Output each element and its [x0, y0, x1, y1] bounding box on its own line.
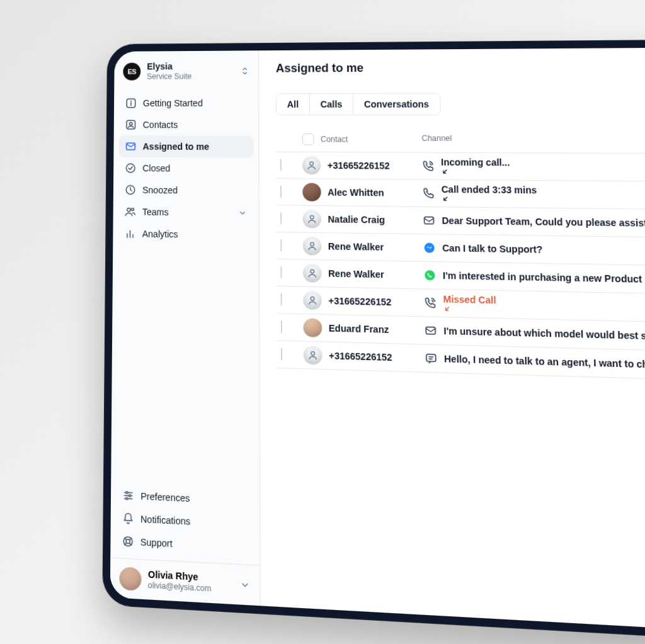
svg-point-28 — [311, 242, 314, 246]
contact-name: +31665226152 — [328, 295, 391, 307]
arrow-down-left-icon — [443, 295, 499, 314]
avatar — [302, 156, 321, 174]
nav-label: Assigned to me — [143, 142, 209, 152]
nav-label: Teams — [142, 207, 169, 218]
avatar — [304, 318, 322, 337]
avatar — [303, 291, 322, 310]
org-logo: ES — [123, 62, 140, 80]
svg-point-16 — [126, 492, 128, 494]
email-icon — [425, 324, 437, 337]
org-name: Elysia — [147, 61, 234, 72]
svg-rect-35 — [426, 354, 436, 362]
sliders-icon — [122, 489, 134, 502]
contact-name: +31665226152 — [329, 350, 392, 363]
chevron-down-icon — [238, 208, 247, 218]
user-menu[interactable]: Olivia Rhye olivia@elysia.com — [110, 558, 260, 606]
contact-name: +31665226152 — [328, 160, 390, 171]
chevron-up-down-icon — [241, 66, 249, 75]
avatar — [303, 264, 322, 283]
row-checkbox[interactable] — [281, 347, 282, 360]
whatsapp-icon — [424, 269, 437, 282]
column-contact: Contact — [321, 135, 348, 144]
nav-label: Support — [140, 536, 173, 549]
check-circle-icon — [125, 162, 136, 174]
device-frame: ES Elysia Service Suite Getting StartedC… — [102, 38, 645, 644]
nav-label: Analytics — [142, 229, 178, 239]
tab-calls[interactable]: Calls — [310, 94, 354, 115]
phone-icon — [423, 187, 435, 199]
message-preview: Call ended 3:33 mins — [442, 184, 540, 203]
row-checkbox[interactable] — [280, 159, 282, 171]
svg-point-8 — [127, 208, 130, 212]
info-icon — [125, 98, 137, 109]
svg-point-2 — [131, 101, 132, 102]
clock-icon — [125, 184, 136, 196]
nav-label: Snoozed — [142, 185, 178, 196]
bar-chart-icon — [124, 228, 135, 240]
message-preview: Incoming call... — [441, 157, 513, 176]
nav-label: Contacts — [143, 120, 178, 130]
app-screen: ES Elysia Service Suite Getting StartedC… — [110, 47, 645, 640]
chevron-down-icon — [240, 579, 251, 590]
svg-point-25 — [310, 162, 314, 166]
phone-incoming-icon — [422, 160, 435, 172]
message-preview: I'm unsure about which model would best … — [443, 325, 645, 344]
users-icon — [125, 206, 136, 218]
arrow-down-left-icon — [441, 158, 513, 176]
table-row[interactable]: +31665226152Incoming call... — [276, 152, 645, 183]
org-sub: Service Suite — [147, 72, 234, 81]
column-channel: Channel — [421, 133, 645, 147]
page-title: Assigned to me — [276, 59, 645, 75]
life-buoy-icon — [122, 535, 134, 548]
org-switcher[interactable]: ES Elysia Service Suite — [114, 50, 258, 90]
svg-rect-33 — [426, 327, 435, 334]
arrow-down-left-icon — [442, 186, 540, 204]
tabs: AllCallsConversations — [276, 93, 440, 115]
svg-point-31 — [425, 270, 435, 280]
sidebar-item-snoozed[interactable]: Snoozed — [118, 179, 254, 202]
sidebar-item-assigned-to-me[interactable]: Assigned to me — [118, 135, 253, 157]
nav-label: Closed — [142, 163, 170, 174]
sidebar-item-analytics[interactable]: Analytics — [118, 223, 253, 247]
message-preview: Missed Call — [443, 294, 499, 314]
messenger-icon — [423, 242, 436, 254]
svg-point-30 — [311, 269, 314, 273]
contact-name: Rene Walker — [328, 241, 384, 252]
bell-icon — [122, 512, 134, 525]
chat-icon — [425, 352, 437, 364]
avatar — [119, 567, 141, 591]
svg-point-17 — [128, 495, 130, 497]
svg-point-4 — [129, 123, 132, 126]
message-preview: Hello, I need to talk to an agent, I wan… — [444, 353, 645, 373]
contact-name: Natalie Craig — [328, 214, 385, 225]
svg-point-9 — [132, 208, 134, 211]
sidebar-item-teams[interactable]: Teams — [118, 201, 254, 224]
row-checkbox[interactable] — [280, 239, 282, 252]
nav-label: Notifications — [140, 514, 190, 527]
row-checkbox[interactable] — [280, 185, 282, 198]
phone-incoming-icon — [424, 297, 437, 309]
tab-all[interactable]: All — [277, 94, 310, 115]
contact-name: Rene Walker — [328, 268, 384, 280]
svg-point-34 — [311, 352, 315, 356]
select-all-checkbox[interactable] — [302, 133, 314, 145]
sidebar-item-contacts[interactable]: Contacts — [119, 114, 254, 136]
email-icon — [423, 215, 435, 227]
mail-icon — [125, 141, 136, 152]
nav-label: Getting Started — [143, 98, 203, 108]
users-square-icon — [125, 119, 137, 130]
table-header: Contact Channel — [276, 127, 645, 155]
nav-label: Preferences — [140, 491, 190, 504]
sidebar-item-closed[interactable]: Closed — [118, 157, 253, 180]
sidebar-nav: Getting StartedContactsAssigned to meClo… — [113, 89, 259, 249]
svg-point-18 — [126, 497, 128, 499]
sidebar-item-getting-started[interactable]: Getting Started — [119, 93, 253, 115]
svg-point-6 — [126, 164, 135, 172]
row-checkbox[interactable] — [281, 293, 282, 306]
row-checkbox[interactable] — [281, 320, 282, 333]
avatar — [302, 183, 321, 201]
svg-point-26 — [310, 215, 314, 219]
tab-conversations[interactable]: Conversations — [353, 94, 440, 115]
row-checkbox[interactable] — [280, 266, 282, 279]
row-checkbox[interactable] — [280, 212, 282, 225]
